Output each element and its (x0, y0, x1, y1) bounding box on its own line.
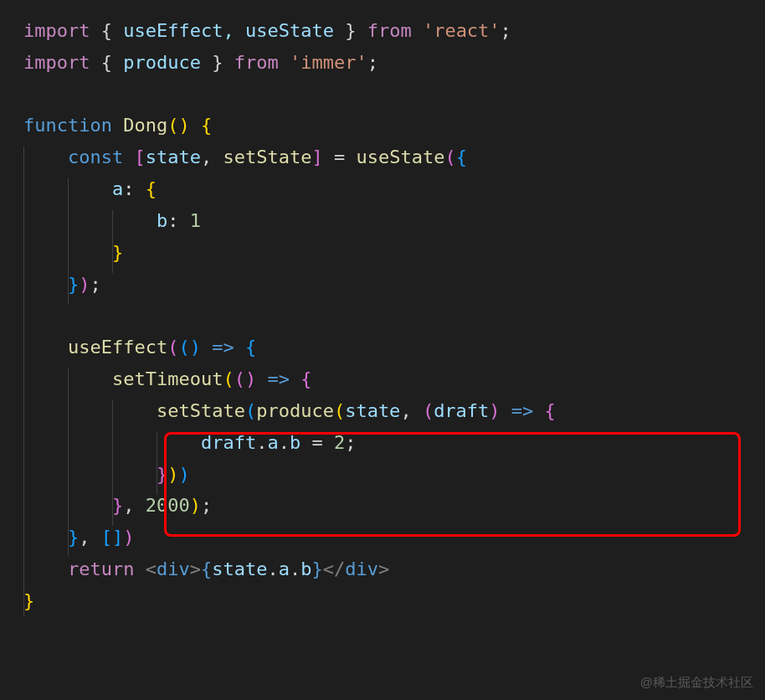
keyword-import: import (23, 20, 90, 41)
code-line: import { useEffect, useState } from 'rea… (23, 15, 758, 47)
number-literal: 1 (190, 210, 201, 231)
code-line: setState(produce(state, (draft) => { (23, 395, 758, 427)
import-names: useEffect, useState (123, 20, 334, 41)
code-line: }, 2000); (23, 490, 758, 522)
code-line: const [state, setState] = useState({ (23, 142, 758, 173)
code-line: return <div>{state.a.b}</div> (23, 553, 758, 585)
state-arg: state (345, 400, 400, 421)
keyword-function: function (23, 115, 112, 136)
code-line: } (23, 585, 758, 617)
function-name: Dong (123, 115, 167, 136)
setter-fn: setState (223, 147, 311, 167)
code-line (23, 79, 758, 111)
jsx-tag-close: div (345, 558, 378, 579)
jsx-tag: div (157, 558, 190, 579)
keyword-return: return (68, 558, 134, 579)
draft-var: draft (201, 432, 256, 453)
code-line (23, 300, 758, 332)
useeffect-fn: useEffect (68, 337, 167, 358)
keyword-import: import (23, 52, 90, 73)
keyword-const: const (68, 147, 123, 167)
draft-param: draft (434, 400, 489, 421)
code-line: b: 1 (23, 205, 758, 237)
keyword-from: from (367, 20, 412, 41)
watermark-text: @稀土掘金技术社区 (640, 672, 753, 693)
state-var: state (146, 147, 201, 167)
code-line: a: { (23, 173, 758, 205)
produce-call: produce (256, 400, 334, 421)
code-line: setTimeout(() => { (23, 363, 758, 395)
prop-b: b (157, 210, 167, 231)
module-string: 'react' (423, 20, 501, 41)
prop-b: b (300, 558, 311, 579)
usestate-hook: useState (356, 147, 444, 167)
code-line: }); (23, 269, 758, 301)
code-line: function Dong() { (23, 110, 758, 142)
delay-number: 2000 (146, 495, 190, 516)
code-line: }, []) (23, 522, 758, 553)
code-editor: import { useEffect, useState } from 'rea… (0, 0, 765, 632)
code-line: })) (23, 459, 758, 491)
import-names: produce (123, 52, 201, 73)
module-string: 'immer' (290, 52, 367, 73)
code-line: draft.a.b = 2; (23, 427, 758, 459)
code-line: } (23, 237, 758, 269)
number-literal: 2 (334, 432, 345, 453)
prop-b: b (290, 432, 300, 453)
prop-a: a (267, 432, 278, 453)
keyword-from: from (234, 52, 279, 73)
prop-a: a (279, 558, 290, 579)
settimeout-fn: setTimeout (112, 368, 223, 389)
state-expr: state (212, 558, 267, 579)
setstate-call: setState (157, 400, 245, 421)
prop-a: a (112, 178, 123, 199)
code-line: import { produce } from 'immer'; (23, 47, 758, 79)
code-line: useEffect(() => { (23, 332, 758, 363)
